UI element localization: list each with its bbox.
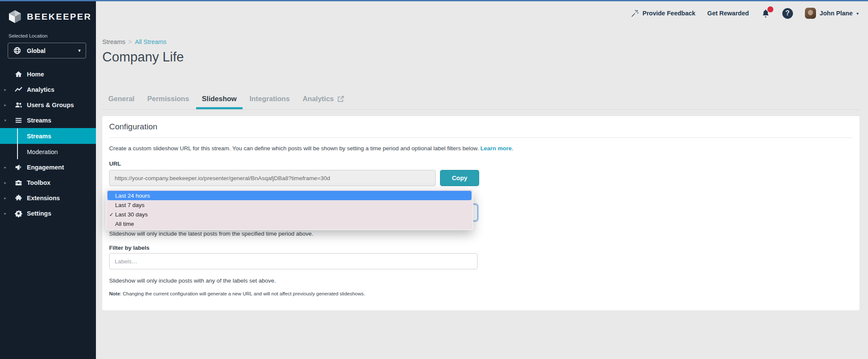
configuration-description: Create a custom slideshow URL for this s… xyxy=(109,145,513,152)
sidebar-subitem-streams[interactable]: Streams xyxy=(0,128,96,144)
sidebar-nav: Home ▸ Analytics ▸ Users & Groups ▾ xyxy=(0,67,96,221)
url-label: URL xyxy=(109,161,121,167)
provide-feedback-link[interactable]: Provide Feedback xyxy=(631,9,695,18)
option-last-7-days[interactable]: Last 7 days xyxy=(107,200,472,210)
tab-permissions[interactable]: Permissions xyxy=(141,90,195,109)
option-all-time[interactable]: All time xyxy=(107,219,472,228)
note-label: Note xyxy=(109,291,120,296)
labels-input[interactable] xyxy=(109,253,477,269)
sidebar-item-analytics[interactable]: ▸ Analytics xyxy=(0,82,96,97)
sidebar-item-users-groups[interactable]: ▸ Users & Groups xyxy=(0,97,96,113)
learn-more-link[interactable]: Learn more xyxy=(480,145,512,152)
provide-feedback-label: Provide Feedback xyxy=(642,10,695,17)
header-actions: Provide Feedback Get Rewarded ? John Pla… xyxy=(631,1,859,25)
help-button[interactable]: ? xyxy=(782,8,793,19)
section-divider xyxy=(109,137,853,138)
toolbox-icon xyxy=(14,179,23,187)
gear-icon xyxy=(14,210,23,218)
caret-right-icon: ▸ xyxy=(4,165,6,169)
beekeeper-hexagon-icon xyxy=(8,9,22,24)
page-title: Company Life xyxy=(102,50,184,65)
home-icon xyxy=(14,70,23,79)
option-last-30-days[interactable]: ✓ Last 30 days xyxy=(107,210,472,219)
time-period-help-text: Slideshow will only include the latest p… xyxy=(109,231,313,237)
user-menu[interactable]: John Plane ▾ xyxy=(805,8,859,19)
caret-right-icon: ▸ xyxy=(4,211,6,216)
tab-bar: General Permissions Slideshow Integratio… xyxy=(102,90,350,109)
url-row: Copy xyxy=(109,170,479,186)
brand-name: BEEKEEPER xyxy=(27,12,92,22)
sidebar-item-engagement[interactable]: ▸ Engagement xyxy=(0,160,96,175)
configuration-heading: Configuration xyxy=(109,122,157,131)
note-text: Note: Changing the current configuration… xyxy=(109,291,365,296)
brand-logo: BEEKEEPER xyxy=(8,9,92,24)
sidebar-item-toolbox[interactable]: ▸ Toolbox xyxy=(0,175,96,190)
sidebar: BEEKEEPER Selected Location Global ▾ Hom… xyxy=(0,0,96,359)
sidebar-item-extensions[interactable]: ▸ Extensions xyxy=(0,190,96,206)
submenu-tree-line xyxy=(17,128,18,159)
streams-icon xyxy=(14,117,23,125)
megaphone-icon xyxy=(14,163,23,172)
caret-right-icon: ▸ xyxy=(4,88,6,92)
check-icon: ✓ xyxy=(109,211,115,218)
caret-right-icon: ▸ xyxy=(4,181,6,185)
option-last-24-hours[interactable]: Last 24 hours xyxy=(107,191,472,200)
tab-slideshow[interactable]: Slideshow xyxy=(196,90,243,109)
streams-submenu: Streams Moderation xyxy=(0,128,96,160)
sidebar-subitem-moderation[interactable]: Moderation xyxy=(0,144,96,160)
labels-help-text: Slideshow will only include posts with a… xyxy=(109,277,276,284)
breadcrumb-separator: > xyxy=(128,38,132,45)
top-accent-strip xyxy=(0,0,868,1)
filter-by-labels-label: Filter by labels xyxy=(109,245,150,251)
caret-down-icon: ▾ xyxy=(856,11,859,16)
avatar xyxy=(805,8,816,19)
breadcrumb-current-link[interactable]: All Streams xyxy=(135,38,166,45)
slideshow-url-input[interactable] xyxy=(109,170,436,186)
copy-button[interactable]: Copy xyxy=(440,170,479,186)
chevron-down-icon: ▾ xyxy=(78,48,81,53)
sidebar-item-streams[interactable]: ▾ Streams xyxy=(0,113,96,128)
get-rewarded-label: Get Rewarded xyxy=(707,10,749,17)
analytics-icon xyxy=(14,86,23,94)
location-value: Global xyxy=(27,47,72,54)
breadcrumb: Streams>All Streams xyxy=(102,38,167,45)
sidebar-item-settings[interactable]: ▸ Settings xyxy=(0,206,96,221)
tab-general[interactable]: General xyxy=(102,90,140,109)
sidebar-item-home[interactable]: Home xyxy=(0,67,96,82)
external-link-icon xyxy=(337,95,344,103)
breadcrumb-parent: Streams xyxy=(102,38,125,45)
caret-down-icon: ▾ xyxy=(4,118,6,123)
tab-bar-border xyxy=(102,109,859,110)
users-icon xyxy=(14,101,23,109)
get-rewarded-link[interactable]: Get Rewarded xyxy=(707,10,749,17)
notifications-button[interactable] xyxy=(761,9,770,18)
tab-analytics[interactable]: Analytics xyxy=(297,90,350,109)
question-mark-icon: ? xyxy=(785,9,790,17)
caret-right-icon: ▸ xyxy=(4,103,6,107)
location-selector[interactable]: Global ▾ xyxy=(8,43,86,58)
user-name: John Plane xyxy=(820,10,853,17)
puzzle-icon xyxy=(14,194,23,202)
globe-icon xyxy=(13,47,21,55)
time-period-dropdown-menu: Last 24 hours Last 7 days ✓ Last 30 days… xyxy=(106,189,473,230)
magic-wand-icon xyxy=(631,9,639,18)
selected-location-label: Selected Location xyxy=(9,33,47,38)
tab-integrations[interactable]: Integrations xyxy=(243,90,295,109)
notification-badge xyxy=(767,6,773,12)
caret-right-icon: ▸ xyxy=(4,196,6,200)
